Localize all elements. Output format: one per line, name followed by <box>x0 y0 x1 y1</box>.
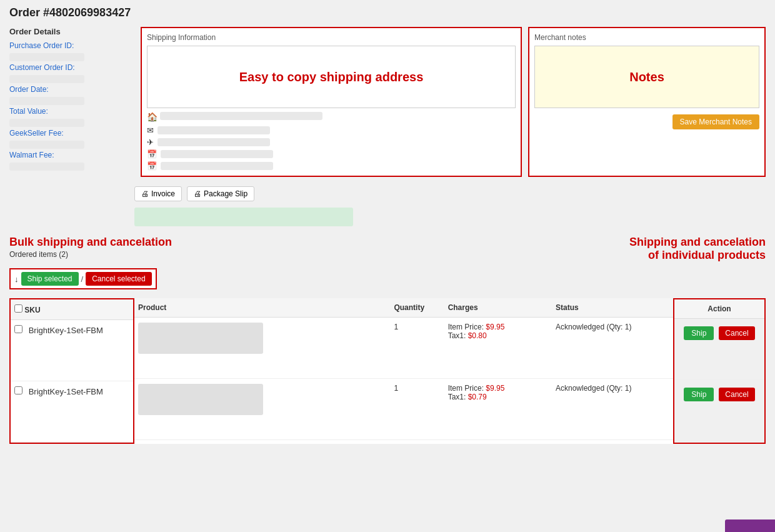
select-all-checkbox[interactable] <box>14 304 22 313</box>
field-order-date: Order Date: <box>9 85 134 107</box>
row1-sku: BrightKey-1Set-FBM <box>29 326 103 335</box>
status-green-bar <box>134 208 353 226</box>
table-row: 1 Item Price: $9.95 Tax1: $0.79 Acknowle… <box>134 379 673 440</box>
walmart-fee-value <box>9 163 84 171</box>
product-column-header: Product <box>134 298 390 318</box>
order-date-value <box>9 97 84 105</box>
print-invoice-icon: 🖨 <box>141 189 149 198</box>
row1-ship-button[interactable]: Ship <box>684 326 714 340</box>
action-column-header: Action <box>674 299 764 319</box>
row1-quantity: 1 <box>390 318 444 379</box>
merchant-notes-box: Merchant notes Notes Save Merchant Notes <box>528 27 766 177</box>
bulk-actions-panel: ↓ Ship selected / Cancel selected <box>9 268 157 289</box>
notes-placeholder-text: Notes <box>629 70 664 84</box>
notes-textarea-area[interactable]: Notes <box>534 46 759 108</box>
ship-selected-button[interactable]: Ship selected <box>21 272 79 286</box>
row1-product <box>134 318 390 379</box>
field-customer-order-id: Customer Order ID: <box>9 63 134 85</box>
calendar-icon: 📅 <box>147 149 157 159</box>
row2-status: Acknowledged (Qty: 1) <box>552 379 673 440</box>
mail-icon: ✉ <box>147 126 154 135</box>
slash-separator: / <box>81 274 84 284</box>
order-title: Order #4802069983427 <box>9 6 766 19</box>
package-slip-button[interactable]: 🖨 Package Slip <box>187 186 254 201</box>
purchase-order-id-value <box>9 53 84 61</box>
row1-checkbox[interactable] <box>14 325 22 333</box>
ordered-items-label: Ordered items (2) <box>9 250 172 259</box>
invoice-button[interactable]: 🖨 Invoice <box>134 186 182 201</box>
order-details-title: Order Details <box>9 27 134 36</box>
sku-column-header: SKU <box>24 306 40 314</box>
action-column-box: Action Ship Cancel Ship Cancel <box>673 298 766 444</box>
row1-cancel-button[interactable]: Cancel <box>719 326 754 340</box>
row1-status: Acknowledged (Qty: 1) <box>552 318 673 379</box>
download-icon: ↓ <box>14 274 19 284</box>
row2-action-cell: Ship Cancel <box>674 380 764 441</box>
save-merchant-notes-button[interactable]: Save Merchant Notes <box>672 114 759 129</box>
package-slip-label: Package Slip <box>204 189 248 198</box>
shipping-info-title: Shipping Information <box>147 33 516 42</box>
row2-quantity: 1 <box>390 379 444 440</box>
quantity-column-header: Quantity <box>390 298 444 318</box>
field-walmart-fee: Walmart Fee: <box>9 151 134 173</box>
row1-action-cell: Ship Cancel <box>674 319 764 380</box>
row2-ship-button[interactable]: Ship <box>684 388 714 401</box>
order-details-panel: Order Details Purchase Order ID: Custome… <box>9 27 134 177</box>
row2-checkbox[interactable] <box>14 386 22 394</box>
individual-section-title: Shipping and cancelationof individual pr… <box>629 236 766 262</box>
calendar2-icon: 📅 <box>147 161 157 171</box>
merchant-notes-title: Merchant notes <box>534 33 759 42</box>
field-total-value: Total Value: <box>9 107 134 129</box>
row2-sku: BrightKey-1Set-FBM <box>29 387 103 396</box>
field-geekseller-fee: GeekSeller Fee: <box>9 129 134 151</box>
geekseller-fee-value <box>9 141 84 149</box>
shipping-address-line <box>160 112 322 120</box>
shipping-address-area[interactable]: Easy to copy shipping address <box>147 46 516 108</box>
bulk-section-title: Bulk shipping and cancelation <box>9 236 172 249</box>
table-row: BrightKey-1Set-FBM <box>11 320 133 381</box>
shipping-info-box: Shipping Information Easy to copy shippi… <box>141 27 522 177</box>
invoice-label: Invoice <box>151 189 175 198</box>
status-column-header: Status <box>552 298 673 318</box>
shipping-address-placeholder: Easy to copy shipping address <box>239 70 424 84</box>
cancel-selected-button[interactable]: Cancel selected <box>86 272 151 286</box>
field-purchase-order-id: Purchase Order ID: <box>9 41 134 63</box>
customer-order-id-value <box>9 75 84 83</box>
row1-charges: Item Price: $9.95 Tax1: $0.80 <box>444 318 552 379</box>
total-value-value <box>9 119 84 127</box>
row2-cancel-button[interactable]: Cancel <box>719 388 754 401</box>
row2-charges: Item Price: $9.95 Tax1: $0.79 <box>444 379 552 440</box>
print-package-slip-icon: 🖨 <box>194 189 201 198</box>
table-row: BrightKey-1Set-FBM <box>11 381 133 443</box>
bulk-and-individual-titles: Bulk shipping and cancelation Ordered it… <box>9 236 766 265</box>
home-icon: 🏠 <box>147 112 158 122</box>
row2-product <box>134 379 390 440</box>
plane-icon: ✈ <box>147 138 154 147</box>
charges-column-header: Charges <box>444 298 552 318</box>
table-row: 1 Item Price: $9.95 Tax1: $0.80 Acknowle… <box>134 318 673 379</box>
